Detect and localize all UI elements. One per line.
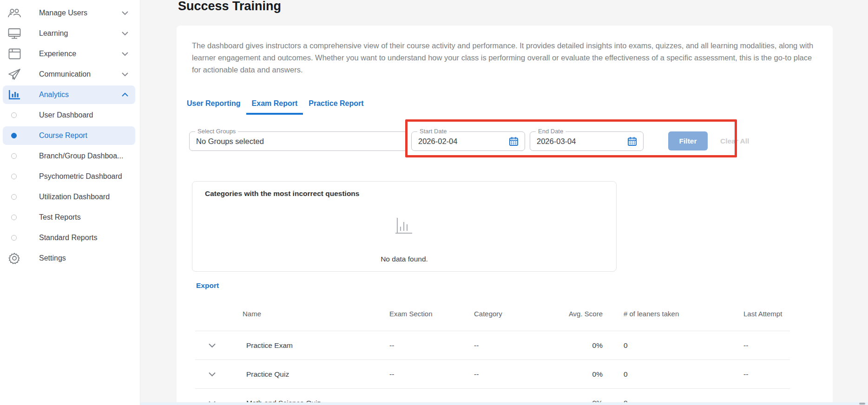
sidebar-item-label: Utilization Dashboard xyxy=(39,193,110,201)
start-date-label: Start Date xyxy=(417,128,449,135)
sidebar-item-label: Psychometric Dashboard xyxy=(39,172,122,181)
tab-practice-report[interactable]: Practice Report xyxy=(303,95,369,115)
chevron-down-icon[interactable] xyxy=(208,372,216,377)
radio-icon xyxy=(11,235,17,241)
column-header-learners-taken: # of leaners taken xyxy=(624,310,679,318)
cell-avg-score: 0% xyxy=(547,341,603,350)
sidebar: Manage Users Learning xyxy=(0,0,140,405)
end-date-label: End Date xyxy=(536,128,566,135)
table-row[interactable]: Practice Quiz -- -- 0% 0 -- xyxy=(195,359,790,388)
radio-selected-icon xyxy=(11,133,17,138)
radio-icon xyxy=(11,174,17,179)
select-groups-value: No Groups selected xyxy=(190,132,407,150)
cell-exam-section: -- xyxy=(389,370,394,379)
sidebar-item-label: Standard Reports xyxy=(39,234,97,242)
content-card: The dashboard gives instructors a compre… xyxy=(177,26,833,405)
screen: Manage Users Learning xyxy=(0,0,868,405)
table-body: Practice Exam -- -- 0% 0 -- Practice Qui… xyxy=(195,331,790,405)
chevron-down-icon xyxy=(121,31,129,36)
calendar-icon[interactable] xyxy=(509,137,519,148)
bar-chart-placeholder-icon xyxy=(192,215,616,237)
chevron-down-icon xyxy=(121,72,129,77)
radio-icon xyxy=(11,112,17,118)
filter-row: Select Groups No Groups selected Start D… xyxy=(177,131,833,151)
start-date-value: 2026-02-04 xyxy=(412,132,525,150)
sidebar-item-communication[interactable]: Communication xyxy=(0,64,140,85)
page-title: Success Training xyxy=(178,0,281,13)
column-header-exam-section: Exam Section xyxy=(389,310,433,318)
sidebar-item-label: Learning xyxy=(39,29,68,38)
sidebar-item-utilization-dashboard[interactable]: Utilization Dashboard xyxy=(0,187,140,207)
sidebar-item-label: Communication xyxy=(39,70,91,78)
cell-category: -- xyxy=(474,370,479,379)
sidebar-item-label: Analytics xyxy=(39,91,69,99)
sidebar-item-label: User Dashboard xyxy=(39,111,93,119)
column-header-category: Category xyxy=(474,310,502,318)
sidebar-item-label: Course Report xyxy=(39,131,87,140)
horizontal-scrollbar[interactable] xyxy=(140,402,868,405)
report-tabs: User Reporting Exam Report Practice Repo… xyxy=(181,95,369,115)
sidebar-nav: Manage Users Learning xyxy=(0,3,140,268)
sidebar-item-test-reports[interactable]: Test Reports xyxy=(0,207,140,228)
end-date-field[interactable]: End Date 2026-03-04 xyxy=(530,131,644,151)
scrollbar-thumb[interactable] xyxy=(859,403,865,405)
cell-last-attempt: -- xyxy=(743,341,748,350)
cell-learners-taken: 0 xyxy=(624,370,628,379)
table-header: Name Exam Section Category Avg. Score # … xyxy=(177,310,833,319)
sidebar-item-psychometric-dashboard[interactable]: Psychometric Dashboard xyxy=(0,166,140,187)
window-icon xyxy=(7,48,22,59)
tab-user-reporting[interactable]: User Reporting xyxy=(181,95,246,115)
chevron-up-icon xyxy=(121,92,129,97)
cell-exam-section: -- xyxy=(389,341,394,350)
cell-category: -- xyxy=(474,341,479,350)
radio-icon xyxy=(11,215,17,220)
cell-last-attempt: -- xyxy=(743,370,748,379)
sidebar-item-standard-reports[interactable]: Standard Reports xyxy=(0,228,140,248)
export-link[interactable]: Export xyxy=(196,281,219,290)
sidebar-item-label: Settings xyxy=(39,254,66,262)
gear-icon xyxy=(7,252,22,264)
sidebar-item-analytics[interactable]: Analytics xyxy=(0,85,140,105)
filter-button[interactable]: Filter xyxy=(668,131,708,150)
sidebar-item-label: Test Reports xyxy=(39,213,81,222)
clear-all-button[interactable]: Clear All xyxy=(720,131,749,150)
no-data-text: No data found. xyxy=(192,255,616,263)
cell-name: Practice Exam xyxy=(246,341,293,350)
sidebar-item-settings[interactable]: Settings xyxy=(0,248,140,268)
send-icon xyxy=(7,68,22,80)
sidebar-item-learning[interactable]: Learning xyxy=(0,23,140,44)
bar-chart-icon xyxy=(7,89,22,100)
sidebar-item-label: Manage Users xyxy=(39,9,87,17)
users-icon xyxy=(7,7,22,19)
sidebar-item-label: Experience xyxy=(39,50,76,58)
dashboard-description: The dashboard gives instructors a compre… xyxy=(192,39,820,76)
sidebar-item-label: Branch/Group Dashboa... xyxy=(39,152,123,160)
sidebar-item-course-report[interactable]: Course Report xyxy=(0,125,140,146)
categories-card: Categories with the most incorrect quest… xyxy=(192,181,617,272)
sidebar-item-manage-users[interactable]: Manage Users xyxy=(0,3,140,23)
radio-icon xyxy=(11,194,17,200)
select-groups-label: Select Groups xyxy=(195,128,238,135)
cell-name: Practice Quiz xyxy=(246,370,289,379)
select-groups-field[interactable]: Select Groups No Groups selected xyxy=(189,131,408,151)
chevron-down-icon[interactable] xyxy=(208,343,216,348)
categories-card-title: Categories with the most incorrect quest… xyxy=(205,189,359,198)
start-date-field[interactable]: Start Date 2026-02-04 xyxy=(411,131,525,151)
column-header-avg-score: Avg. Score xyxy=(547,310,603,318)
radio-icon xyxy=(11,153,17,159)
chevron-down-icon xyxy=(121,52,129,56)
sidebar-item-experience[interactable]: Experience xyxy=(0,44,140,64)
monitor-icon xyxy=(7,28,22,39)
column-header-name: Name xyxy=(243,310,261,318)
sidebar-item-user-dashboard[interactable]: User Dashboard xyxy=(0,105,140,125)
chevron-down-icon xyxy=(121,11,129,15)
end-date-value: 2026-03-04 xyxy=(530,132,643,150)
sidebar-item-branch-group-dashboard[interactable]: Branch/Group Dashboa... xyxy=(0,146,140,166)
cell-avg-score: 0% xyxy=(547,370,603,379)
cell-learners-taken: 0 xyxy=(624,341,628,350)
tab-exam-report[interactable]: Exam Report xyxy=(246,95,303,115)
table-row[interactable]: Practice Exam -- -- 0% 0 -- xyxy=(195,331,790,359)
column-header-last-attempt: Last Attempt xyxy=(743,310,782,318)
calendar-icon[interactable] xyxy=(627,137,637,148)
